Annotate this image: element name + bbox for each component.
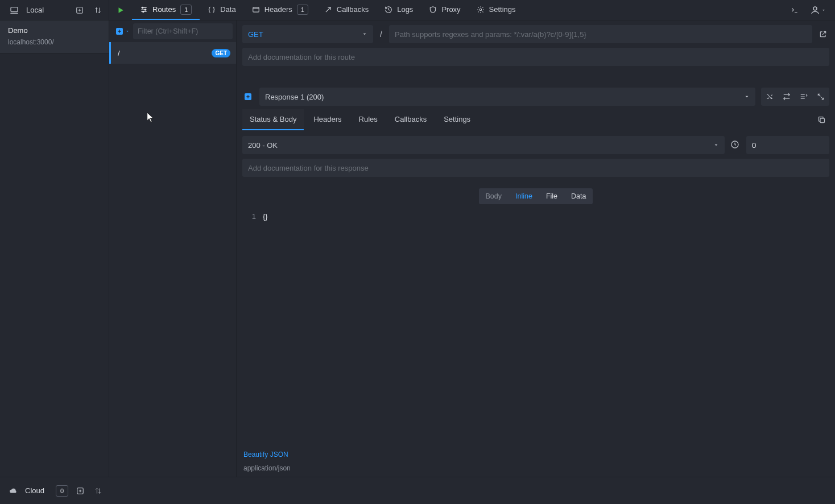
body-type-body[interactable]: Body xyxy=(479,188,509,204)
terminal-icon[interactable] xyxy=(788,4,801,16)
routes-column: / GET xyxy=(109,20,237,477)
method-select-value: GET xyxy=(248,30,263,39)
add-response-button[interactable] xyxy=(242,91,254,102)
add-env-icon[interactable] xyxy=(73,4,86,16)
beautify-link[interactable]: Beautify JSON xyxy=(243,451,828,458)
cloud-icon xyxy=(7,485,19,497)
cloud-label: Cloud xyxy=(25,486,44,495)
fallback-mode-icon[interactable] xyxy=(812,88,829,106)
gear-icon xyxy=(477,6,485,14)
add-route-button[interactable] xyxy=(115,27,130,36)
editor-gutter: 1 xyxy=(242,210,262,447)
random-mode-icon[interactable] xyxy=(761,88,778,106)
headers-count: 1 xyxy=(297,5,308,15)
sort-cloud-envs-icon[interactable] xyxy=(92,485,105,497)
tab-callbacks-label: Callbacks xyxy=(337,5,369,14)
environment-name: Demo xyxy=(8,26,101,35)
body-type-row: Body Inline File Data xyxy=(237,177,835,210)
body-type-data[interactable]: Data xyxy=(564,188,593,204)
path-slash: / xyxy=(378,30,385,39)
routes-toolbar xyxy=(109,20,236,42)
route-item-path: / xyxy=(118,49,120,57)
routes-filter-input[interactable] xyxy=(133,23,233,39)
tab-headers[interactable]: Headers 1 xyxy=(244,0,316,20)
add-cloud-env-icon[interactable] xyxy=(74,485,86,497)
editor-content[interactable]: {} xyxy=(262,210,829,447)
svg-point-3 xyxy=(144,9,146,10)
svg-rect-0 xyxy=(11,7,18,11)
response-select[interactable]: Response 1 (200) xyxy=(259,88,755,106)
duplicate-response-icon[interactable] xyxy=(814,112,829,127)
bottombar: Cloud 0 xyxy=(0,477,835,504)
status-select-value: 200 - OK xyxy=(248,141,278,150)
subtab-status-body[interactable]: Status & Body xyxy=(242,109,304,130)
response-doc-input[interactable] xyxy=(242,159,829,177)
svg-point-2 xyxy=(142,7,143,8)
method-select[interactable]: GET xyxy=(242,25,373,43)
tab-settings[interactable]: Settings xyxy=(469,0,524,20)
shield-icon xyxy=(429,6,437,14)
sort-envs-icon[interactable] xyxy=(92,4,104,16)
status-select[interactable]: 200 - OK xyxy=(242,136,725,154)
body-type-inline[interactable]: Inline xyxy=(509,188,539,204)
body-type-segment: Body Inline File Data xyxy=(479,188,593,204)
subtab-callbacks[interactable]: Callbacks xyxy=(387,109,434,130)
topbar-left: Local xyxy=(0,0,109,20)
response-row: Response 1 (200) xyxy=(237,82,835,106)
tab-logs-label: Logs xyxy=(397,5,413,14)
tab-proxy-label: Proxy xyxy=(441,5,460,14)
clock-icon xyxy=(730,140,741,150)
tab-logs[interactable]: Logs xyxy=(377,0,421,20)
topbar-right xyxy=(788,0,835,20)
braces-icon xyxy=(208,6,216,14)
environment-item[interactable]: Demo localhost:3000/ xyxy=(0,20,109,53)
svg-rect-10 xyxy=(820,118,825,123)
route-path-row: GET / xyxy=(237,20,835,48)
tab-settings-label: Settings xyxy=(489,5,516,14)
route-path-input[interactable] xyxy=(389,25,812,43)
subtab-headers[interactable]: Headers xyxy=(306,109,349,130)
laptop-icon xyxy=(8,4,20,16)
route-content: GET / Response 1 (200) xyxy=(237,20,835,477)
subtab-settings[interactable]: Settings xyxy=(436,109,478,130)
topbar: Local Routes 1 Data Headers xyxy=(0,0,835,20)
svg-rect-5 xyxy=(253,7,259,11)
svg-point-4 xyxy=(143,11,144,12)
response-doc-row xyxy=(237,154,835,177)
sequential-mode-icon[interactable] xyxy=(778,88,795,106)
arrow-out-icon xyxy=(324,6,332,14)
subtab-rules[interactable]: Rules xyxy=(352,109,385,130)
route-doc-row xyxy=(237,48,835,71)
route-doc-input[interactable] xyxy=(242,48,829,66)
response-actions xyxy=(761,88,829,106)
cloud-count: 0 xyxy=(56,485,68,497)
body-type-file[interactable]: File xyxy=(539,188,564,204)
sliders-icon xyxy=(140,6,148,14)
tab-data-label: Data xyxy=(220,5,235,14)
open-external-icon[interactable] xyxy=(817,28,829,40)
tab-headers-label: Headers xyxy=(264,5,292,14)
status-row: 200 - OK xyxy=(237,130,835,154)
route-item-method-badge: GET xyxy=(212,49,230,57)
account-menu[interactable] xyxy=(810,4,826,16)
environments-column: Demo localhost:3000/ xyxy=(0,20,109,477)
delay-wrap xyxy=(730,136,829,154)
history-icon xyxy=(385,6,392,14)
tab-routes-label: Routes xyxy=(152,5,176,14)
route-item[interactable]: / GET xyxy=(109,42,236,64)
tab-callbacks[interactable]: Callbacks xyxy=(316,0,377,20)
delay-input[interactable] xyxy=(746,136,829,154)
rules-mode-icon[interactable] xyxy=(795,88,812,106)
routes-count: 1 xyxy=(180,5,192,15)
tab-proxy[interactable]: Proxy xyxy=(421,0,468,20)
local-label: Local xyxy=(26,6,68,14)
content-footer: Beautify JSON application/json xyxy=(237,447,835,477)
tab-routes[interactable]: Routes 1 xyxy=(132,0,200,20)
run-button[interactable] xyxy=(109,0,132,20)
response-tabs: Status & Body Headers Rules Callbacks Se… xyxy=(237,106,835,130)
headers-icon xyxy=(252,6,260,14)
body-editor[interactable]: 1 {} xyxy=(237,210,835,447)
tab-data[interactable]: Data xyxy=(200,0,243,20)
main: Demo localhost:3000/ / GET GET / xyxy=(0,20,835,477)
svg-point-7 xyxy=(813,7,817,10)
